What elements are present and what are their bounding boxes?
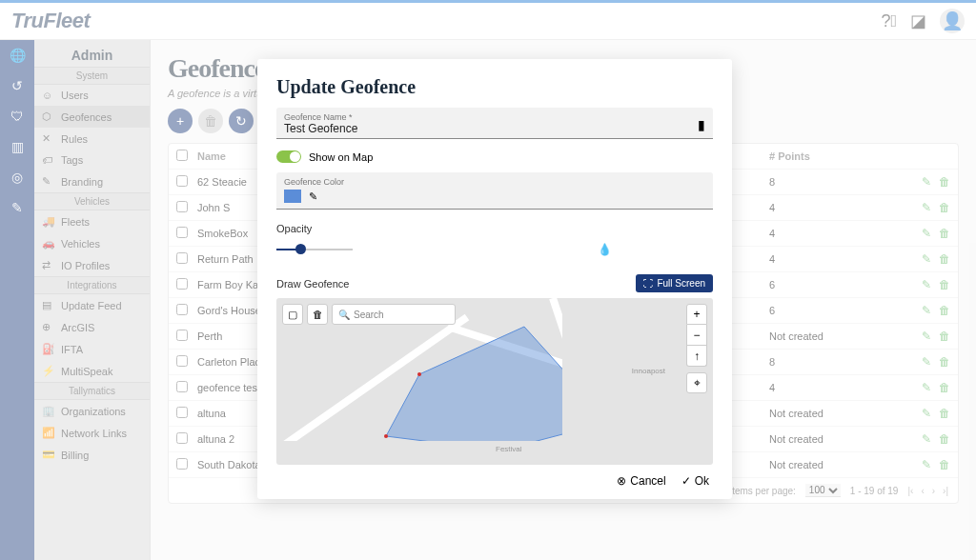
fullscreen-icon: ⛶ (643, 278, 653, 289)
map-poi-label: Festival (496, 445, 522, 453)
ok-button[interactable]: ✓Ok (681, 474, 709, 488)
vertex-icon[interactable] (417, 372, 421, 376)
modal-title: Update Geofence (276, 76, 713, 98)
map-shape-button[interactable]: ▢ (282, 304, 303, 325)
map-delete-button[interactable]: 🗑 (307, 304, 328, 325)
field-label: Geofence Name * (284, 112, 705, 122)
map-poi-label: Innoapost (632, 367, 665, 375)
edit-color-icon[interactable]: ✎ (309, 190, 317, 202)
color-swatch[interactable] (284, 190, 301, 203)
map-search-input[interactable]: 🔍 Search (332, 304, 456, 325)
fullscreen-button[interactable]: ⛶ Full Screen (636, 274, 713, 292)
reset-north-button[interactable]: ↑ (686, 346, 707, 367)
droplet-icon: 💧 (598, 243, 612, 256)
svg-marker-4 (386, 327, 562, 441)
geofence-color-field: Geofence Color ✎ (276, 172, 713, 210)
field-value: Test Geofence (284, 122, 705, 135)
locate-button[interactable]: ⌖ (686, 372, 707, 393)
opacity-slider[interactable]: 💧 (276, 240, 353, 259)
contact-icon[interactable]: ▮ (698, 117, 705, 132)
check-icon: ✓ (681, 474, 691, 488)
search-icon: 🔍 (338, 310, 350, 320)
draw-label: Draw Geofence (276, 278, 349, 290)
map-canvas[interactable]: Innoapost Festival ▢ 🗑 🔍 Search + − ↑ ⌖ (276, 298, 713, 465)
opacity-label: Opacity (276, 223, 713, 234)
show-on-map-toggle[interactable] (276, 150, 301, 163)
show-on-map-label: Show on Map (309, 151, 373, 163)
geofence-name-field[interactable]: Geofence Name * Test Geofence ▮ (276, 108, 713, 139)
cancel-button[interactable]: ⊗Cancel (617, 474, 665, 488)
zoom-in-button[interactable]: + (686, 304, 707, 325)
color-label: Geofence Color (284, 177, 705, 187)
update-geofence-modal: Update Geofence Geofence Name * Test Geo… (257, 59, 732, 499)
zoom-out-button[interactable]: − (686, 325, 707, 346)
cancel-icon: ⊗ (617, 474, 626, 488)
vertex-icon[interactable] (384, 434, 388, 438)
